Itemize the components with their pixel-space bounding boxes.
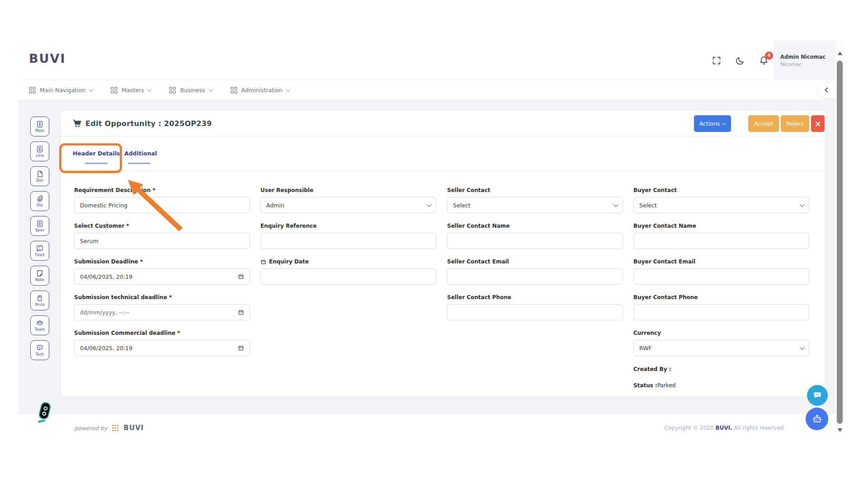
nav-label: Business xyxy=(180,87,205,94)
scrollbar-thumb[interactable] xyxy=(837,61,843,424)
seller-contact-phone-input[interactable] xyxy=(447,304,623,320)
chat-fab-button[interactable] xyxy=(807,385,828,406)
robot-fab-button[interactable] xyxy=(806,408,828,430)
calendar-icon[interactable] xyxy=(238,309,244,315)
sidebar-item-spec[interactable]: Spec xyxy=(30,216,49,236)
chevron-down-icon xyxy=(800,345,805,350)
field-buyer-contact-name: Buyer Contact Name xyxy=(633,223,809,249)
grid-icon xyxy=(29,87,36,94)
user-org: Nicomac xyxy=(780,61,835,67)
nav-item-business[interactable]: Business xyxy=(169,87,212,94)
user-responsible-select[interactable]: Admin xyxy=(260,197,436,213)
field-currency: Currency RWF xyxy=(633,330,809,356)
main-nav: Main Navigation Masters Business Adminis… xyxy=(18,80,835,100)
sidebar-item-price[interactable]: Price xyxy=(30,291,49,310)
field-label: Seller Contact Email xyxy=(447,258,623,265)
chevron-down-icon xyxy=(800,202,805,207)
field-label: Requirement Description * xyxy=(74,187,250,193)
note-icon xyxy=(36,269,44,277)
scrollbar-down-arrow[interactable] xyxy=(838,428,842,432)
currency-select[interactable]: RWF xyxy=(633,340,809,356)
bell-icon[interactable]: 4 xyxy=(758,55,769,66)
field-user-responsible: User Responsible Admin xyxy=(260,187,436,213)
fullscreen-icon[interactable] xyxy=(711,55,722,66)
scrollbar-up-arrow[interactable] xyxy=(838,52,842,55)
chevron-down-icon xyxy=(89,87,94,92)
powered-by-text: powered by xyxy=(74,425,107,432)
field-label: Enquiry Date xyxy=(260,258,436,265)
footer-powered-by: powered by BUVI xyxy=(74,424,144,432)
buyer-contact-phone-input[interactable] xyxy=(633,304,809,320)
field-seller-contact: Seller Contact Select xyxy=(447,187,623,213)
submission-commercial-deadline-input[interactable]: 04/06/2025, 20:19 xyxy=(74,340,250,356)
enquiry-reference-input[interactable] xyxy=(260,233,436,249)
field-label: Seller Contact Name xyxy=(447,223,623,229)
seller-contact-email-input[interactable] xyxy=(447,268,623,285)
form-column-1: Requirement Description * Select Custome… xyxy=(74,171,250,356)
sidebar-item-file[interactable]: File xyxy=(30,191,49,211)
chat-square-icon xyxy=(36,344,44,352)
edit-opportunity-card: Edit Opportunity : 2025OP239 Actions Acc… xyxy=(61,111,825,396)
app-header: BUVI 4 Admin Nicomac Nicomac xyxy=(18,41,835,80)
sidebar-label: Spec xyxy=(35,228,45,232)
sidebar-label: Line xyxy=(36,154,44,158)
calendar-icon[interactable] xyxy=(238,273,244,280)
buyer-contact-email-input[interactable] xyxy=(633,268,809,285)
buvi-logo: BUVI xyxy=(29,52,66,66)
field-seller-contact-name: Seller Contact Name xyxy=(447,223,623,249)
tab-additional[interactable]: Additional xyxy=(124,150,154,157)
seller-contact-name-input[interactable] xyxy=(447,233,623,249)
nav-item-administration[interactable]: Administration xyxy=(231,87,290,94)
chevron-down-icon xyxy=(208,87,213,92)
status-label: Status : xyxy=(633,382,657,389)
nav-item-masters[interactable]: Masters xyxy=(111,87,151,94)
sidebar-item-line[interactable]: Line xyxy=(30,141,49,161)
seller-contact-select[interactable]: Select xyxy=(447,197,623,213)
sidebar-item-note[interactable]: Note xyxy=(30,266,49,286)
sidebar-item-doc[interactable]: Doc xyxy=(30,166,49,186)
close-button[interactable]: × xyxy=(811,115,825,132)
field-seller-contact-phone: Seller Contact Phone xyxy=(447,294,623,320)
sidebar-item-main[interactable]: Main xyxy=(30,117,49,136)
buyer-contact-name-input[interactable] xyxy=(633,233,809,249)
submission-technical-deadline-input[interactable]: dd/mm/yyyy, --:-- xyxy=(74,304,250,320)
status-row: Status :Parked xyxy=(633,382,809,389)
field-buyer-contact-email: Buyer Contact Email xyxy=(633,258,809,285)
sidebar-item-tech[interactable]: Tech xyxy=(30,340,49,360)
grid-icon xyxy=(231,87,237,94)
actions-button[interactable]: Actions xyxy=(694,115,731,132)
buyer-contact-select[interactable]: Select xyxy=(633,197,809,213)
nav-item-main-navigation[interactable]: Main Navigation xyxy=(29,87,93,94)
collapse-panel-button[interactable] xyxy=(817,82,835,98)
select-customer-input[interactable] xyxy=(74,233,250,249)
sidebar-item-feed[interactable]: Feed xyxy=(30,241,49,261)
chevron-left-icon xyxy=(825,87,830,92)
reject-button[interactable]: Reject xyxy=(781,115,809,132)
moon-icon[interactable] xyxy=(734,55,746,66)
submission-deadline-input[interactable]: 04/06/2025, 20:19 xyxy=(74,268,250,285)
nav-label: Main Navigation xyxy=(40,87,85,94)
nav-label: Masters xyxy=(122,87,144,94)
calendar-icon[interactable] xyxy=(238,345,244,351)
enquiry-date-input[interactable] xyxy=(260,268,436,285)
tabs-row: Header Details Additional xyxy=(61,136,825,171)
page-icon xyxy=(36,170,44,178)
document-lines-icon xyxy=(36,220,44,228)
field-enquiry-date: Enquiry Date xyxy=(260,258,436,285)
field-buyer-contact-phone: Buyer Contact Phone xyxy=(633,294,809,320)
accept-button[interactable]: Accept xyxy=(748,115,779,132)
user-menu[interactable]: Admin Nicomac Nicomac xyxy=(774,41,835,80)
robot-icon xyxy=(811,413,823,425)
select-value: Admin xyxy=(266,202,284,209)
price-tag-icon xyxy=(36,294,44,302)
form-column-3: Seller Contact Select Seller Contact Nam… xyxy=(447,171,623,320)
requirement-description-input[interactable] xyxy=(74,197,250,213)
field-label: Submission Deadline * xyxy=(74,258,250,265)
sidebar-item-team[interactable]: Team xyxy=(30,315,49,335)
copyright-brand: BUVI. xyxy=(715,425,732,431)
form-column-4: Buyer Contact Select Buyer Contact Name … xyxy=(633,171,809,389)
chevron-down-icon xyxy=(613,202,618,207)
chat-bubble-icon xyxy=(812,390,823,401)
notification-badge: 4 xyxy=(765,52,773,60)
page: BUVI 4 Admin Nicomac Nicomac Main Naviga… xyxy=(0,0,868,488)
